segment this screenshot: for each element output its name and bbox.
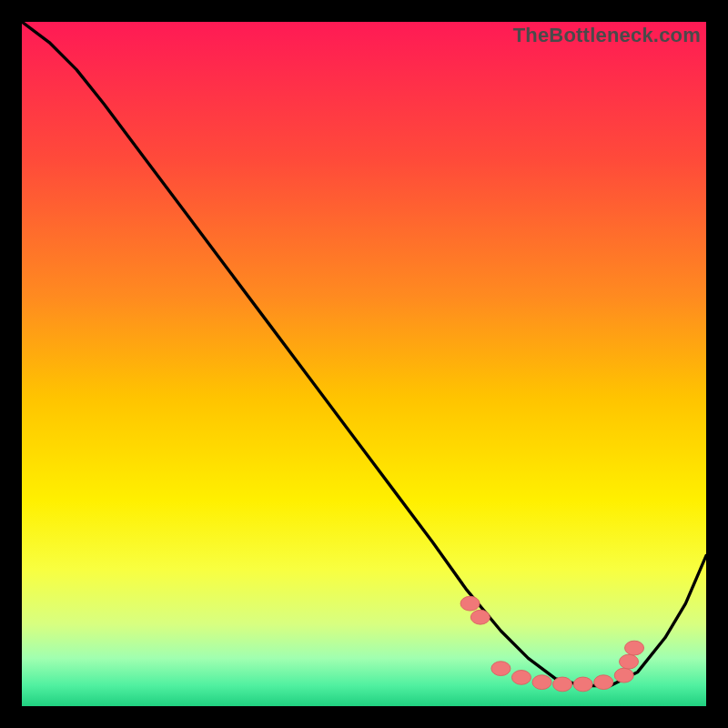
curve-dot xyxy=(619,654,638,669)
curve-dots xyxy=(22,22,706,706)
curve-dot xyxy=(460,596,480,611)
chart-frame: TheBottleneck.com xyxy=(0,0,728,728)
curve-dot xyxy=(511,671,531,685)
curve-dot xyxy=(573,677,592,692)
watermark-text: TheBottleneck.com xyxy=(513,24,701,47)
curve-dot xyxy=(625,641,644,655)
curve-dot xyxy=(594,675,613,690)
curve-dot xyxy=(553,677,572,692)
curve-dot xyxy=(491,662,511,676)
curve-dot xyxy=(614,668,633,682)
curve-dot xyxy=(470,610,490,624)
curve-dot xyxy=(532,675,551,690)
plot-area: TheBottleneck.com xyxy=(22,22,706,706)
